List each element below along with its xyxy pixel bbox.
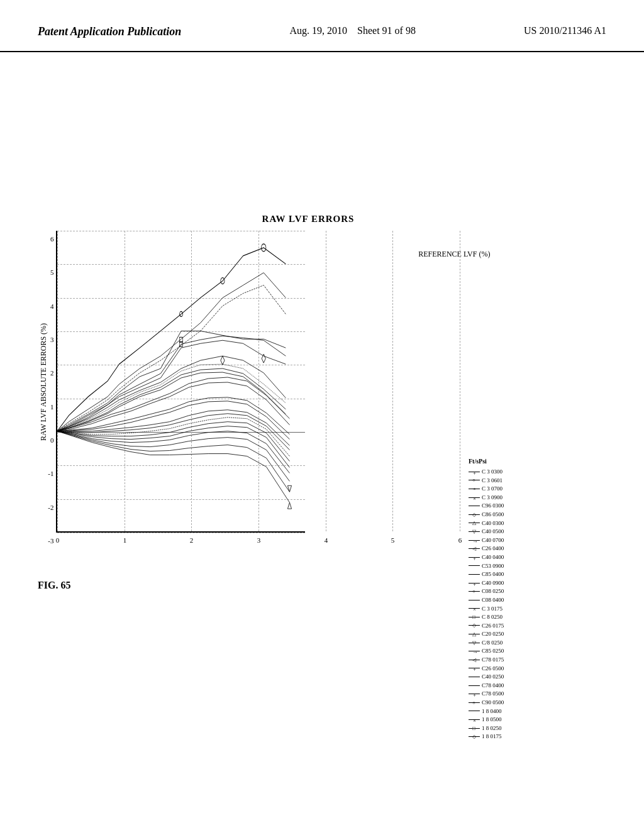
legend-label: C85 0250 <box>482 647 504 655</box>
legend-item-14: + C40 0900 <box>469 579 566 587</box>
legend-label: C85 0400 <box>482 570 504 578</box>
legend-line-icon: ▽ <box>469 643 480 643</box>
legend-item-13: C85 0400 <box>469 570 566 578</box>
legend-item-17: × C 3 0175 <box>469 605 566 613</box>
legend-item-10: ◁ C26 0400 <box>469 545 566 553</box>
legend-line-icon: + <box>469 583 480 584</box>
legend-label: 1 8 0250 <box>482 724 502 733</box>
legend-item-29: 1 8 0400 <box>469 707 566 716</box>
legend-item-20: △ C20 0250 <box>469 630 566 638</box>
legend-line-icon: * <box>469 489 480 489</box>
legend-line-icon: + <box>469 472 480 472</box>
legend-line-icon: ○ <box>469 591 480 592</box>
legend-item-9: → C40 0700 <box>469 536 566 545</box>
legend-label: C40 0250 <box>482 673 504 681</box>
header-date-sheet: Aug. 19, 2010 Sheet 91 of 98 <box>289 25 415 36</box>
legend-label: C 3 0300 <box>482 468 502 476</box>
legend-item-1: + C 3 0300 <box>469 468 566 476</box>
legend-label: 1 8 0500 <box>482 716 502 724</box>
legend-item-19: ◇ C26 0175 <box>469 622 566 630</box>
legend-item-24: + C26 0500 <box>469 665 566 673</box>
legend-line-icon: × <box>469 719 480 720</box>
header-patent-number: US 2010/211346 A1 <box>524 25 606 36</box>
legend-label: C08 0250 <box>482 587 504 595</box>
legend-label: C86 0500 <box>482 511 504 519</box>
page-header: Patent Application Publication Aug. 19, … <box>0 0 644 52</box>
legend-item-32: ◇ 1 8 0175 <box>469 733 566 741</box>
legend-item-22: → C85 0250 <box>469 647 566 655</box>
legend-line-icon: ◇ <box>469 625 480 626</box>
legend-item-8: ▽ C40 0500 <box>469 528 566 536</box>
chart-plot-area: 6 5 4 3 2 1 0 -1 -2 -3 0 1 2 3 4 5 6 <box>56 231 305 533</box>
legend-label: C 3 0900 <box>482 494 502 502</box>
legend-label: C26 0400 <box>482 545 504 553</box>
legend-label: C40 0400 <box>482 553 504 562</box>
legend-label: C40 0900 <box>482 579 504 587</box>
legend-line-icon: ○ <box>469 702 480 703</box>
legend-label: C/8 0250 <box>482 639 502 647</box>
chart-title: RAW LVF ERRORS <box>38 214 579 224</box>
legend-label: C40 0500 <box>482 528 504 536</box>
svg-marker-5 <box>220 356 224 365</box>
legend-line-icon: ◇ <box>469 736 480 737</box>
legend-label: C26 0175 <box>482 622 504 630</box>
legend-line-icon: ◁ <box>469 548 480 549</box>
legend-label: C08 0400 <box>482 596 504 604</box>
legend-item-11: + C40 0400 <box>469 553 566 562</box>
svg-marker-7 <box>287 485 291 492</box>
legend-label: C78 0175 <box>482 656 504 664</box>
legend-item-26: C78 0400 <box>469 682 566 690</box>
legend-item-7: △ C40 0300 <box>469 519 566 528</box>
header-sheet: Sheet 91 of 98 <box>357 25 416 36</box>
header-publication-label: Patent Application Publication <box>38 25 181 38</box>
legend-label: C40 0700 <box>482 536 504 545</box>
legend-label: C20 0250 <box>482 630 504 638</box>
legend-line-icon: ◇ <box>469 514 480 515</box>
legend-item-31: □ 1 8 0250 <box>469 724 566 733</box>
legend-line-icon <box>469 600 480 600</box>
legend-line-icon: + <box>469 668 480 668</box>
legend-item-15: ○ C08 0250 <box>469 587 566 595</box>
legend-item-6: ◇ C86 0500 <box>469 511 566 519</box>
legend-label: C26 0500 <box>482 665 504 673</box>
legend-label: C78 0400 <box>482 682 504 690</box>
legend-line-icon <box>469 574 480 575</box>
legend-line-icon: △ <box>469 634 480 634</box>
legend-line-icon: ▽ <box>469 531 480 532</box>
header-date: Aug. 19, 2010 <box>289 25 347 36</box>
legend-line-icon: × <box>469 608 480 609</box>
legend-line-icon <box>469 506 480 506</box>
legend-label: C40 0300 <box>482 519 504 528</box>
legend-item-5: C96 0300 <box>469 502 566 510</box>
legend-label: C 3 0700 <box>482 485 502 493</box>
y-axis-label: RAW LVF ABSOLUTE ERRORS (%) <box>38 231 50 533</box>
legend-item-2: ○ C 3 0601 <box>469 477 566 485</box>
legend-label: C 3 0601 <box>482 477 502 485</box>
legend-label: C 3 0175 <box>482 605 502 613</box>
legend-line-icon: + <box>469 694 480 694</box>
legend-line-icon <box>469 685 480 686</box>
chart-container: RAW LVF ERRORS RAW LVF ABSOLUTE ERRORS (… <box>38 214 579 578</box>
svg-marker-8 <box>287 502 291 509</box>
legend-item-18: □ C 8 0250 <box>469 613 566 621</box>
legend-title: Ft/sPsi <box>469 457 566 466</box>
legend-line-icon <box>469 677 480 677</box>
legend-item-12: C53 0900 <box>469 562 566 570</box>
legend-item-25: C40 0250 <box>469 673 566 681</box>
chart-svg <box>57 231 305 531</box>
legend-line-icon: → <box>469 651 480 651</box>
legend-label: C53 0900 <box>482 562 504 570</box>
legend-item-4: × C 3 0900 <box>469 494 566 502</box>
legend-item-27: + C78 0500 <box>469 690 566 698</box>
legend-item-23: ◁ C78 0175 <box>469 656 566 664</box>
figure-label: FIG. 65 <box>38 580 70 591</box>
legend-line-icon <box>469 711 480 711</box>
legend-item-3: * C 3 0700 <box>469 485 566 493</box>
legend-item-21: ▽ C/8 0250 <box>469 639 566 647</box>
legend-label: C 8 0250 <box>482 613 502 621</box>
legend-line-icon: □ <box>469 728 480 729</box>
legend-label: 1 8 0400 <box>482 707 502 716</box>
legend-line-icon: → <box>469 540 480 541</box>
legend-item-28: ○ C90 0500 <box>469 699 566 707</box>
legend-line-icon: △ <box>469 523 480 523</box>
